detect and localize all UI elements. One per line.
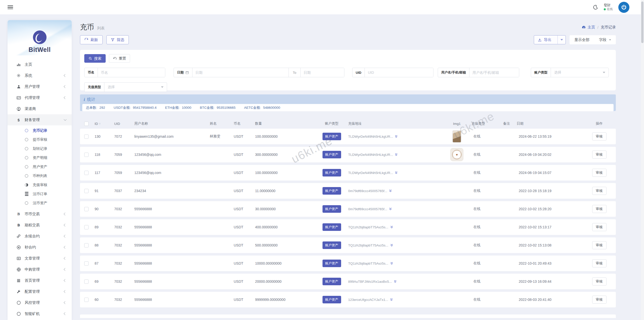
- sidebar-item-finance[interactable]: $ 财务管理: [8, 114, 72, 125]
- coin-name-input[interactable]: [98, 68, 165, 77]
- submenu-item-fiat-assets[interactable]: 法币资产: [8, 198, 72, 207]
- dark-mode-icon[interactable]: [593, 5, 598, 10]
- row-checkbox[interactable]: [84, 225, 89, 229]
- download-icon: [538, 38, 542, 42]
- col-coin[interactable]: 币名: [232, 121, 253, 126]
- scrollbar-thumb[interactable]: [641, 2, 643, 43]
- img1-thumbnail[interactable]: ♥: [450, 148, 463, 161]
- date-from-input[interactable]: [192, 68, 289, 77]
- submenu-item-withdraw-review[interactable]: 提币审核: [8, 135, 72, 144]
- sidebar-item-home[interactable]: 主页: [8, 59, 72, 70]
- submenu-item-deposit-records[interactable]: 充币记录: [8, 126, 72, 135]
- col-img1[interactable]: Img1: [444, 122, 469, 126]
- row-checkbox[interactable]: [84, 134, 89, 139]
- sidebar-item-homepage-mgmt[interactable]: 首页管理: [8, 275, 72, 286]
- sidebar-item-risk-control[interactable]: 风控管理: [8, 297, 72, 308]
- submenu-item-coin-list[interactable]: 币种列表: [8, 171, 72, 180]
- user-info[interactable]: 發財 在线: [604, 3, 613, 11]
- col-recharge-type[interactable]: 充值类型: [469, 121, 498, 126]
- filter-button[interactable]: 筛选: [106, 35, 129, 44]
- row-checkbox[interactable]: [84, 189, 89, 193]
- audit-button[interactable]: 审核: [592, 259, 607, 267]
- funnel-icon: [111, 38, 114, 42]
- col-uid[interactable]: UID: [112, 122, 132, 126]
- recharge-type-select[interactable]: 选择: [104, 83, 167, 92]
- expand-address-icon[interactable]: [395, 171, 398, 174]
- img1-thumbnail[interactable]: [452, 130, 461, 143]
- submenu-item-recharge-review[interactable]: 充值审核: [8, 180, 72, 189]
- col-date[interactable]: 日期: [515, 121, 583, 126]
- audit-button[interactable]: 审核: [592, 241, 607, 249]
- user-icon: [16, 85, 21, 89]
- audit-button[interactable]: 审核: [592, 132, 607, 140]
- audit-button[interactable]: 审核: [592, 223, 607, 231]
- submenu-item-fiat-orders[interactable]: 法币订单: [8, 189, 72, 198]
- expand-address-icon[interactable]: [390, 298, 393, 301]
- brand-logo[interactable]: BitWell: [8, 20, 72, 55]
- reset-button[interactable]: 重置: [109, 54, 130, 63]
- row-checkbox[interactable]: [84, 261, 89, 266]
- refresh-button[interactable]: 刷新: [80, 35, 103, 44]
- expand-address-icon[interactable]: [390, 262, 393, 265]
- avatar[interactable]: [618, 2, 629, 13]
- sidebar-item-perpetual[interactable]: 永续合约: [8, 231, 72, 242]
- sidebar-item-users[interactable]: 用户管理: [8, 81, 72, 92]
- row-checkbox[interactable]: [84, 171, 89, 175]
- col-address[interactable]: 充值地址: [346, 121, 444, 126]
- sidebar-item-smart-miner[interactable]: 智能矿机: [8, 308, 72, 319]
- sidebar-item-config[interactable]: 配置管理: [8, 286, 72, 297]
- row-checkbox[interactable]: [84, 279, 89, 284]
- breadcrumb-current[interactable]: 充币记录: [601, 25, 616, 30]
- cell-date: 2022-10-28 15:18:19: [515, 189, 583, 193]
- row-checkbox[interactable]: [84, 153, 89, 157]
- sidebar-item-second-contract[interactable]: 秒合约: [8, 242, 72, 253]
- audit-button[interactable]: 审核: [592, 187, 607, 195]
- expand-address-icon[interactable]: [390, 226, 393, 229]
- sidebar-item-subscription[interactable]: 申购管理: [8, 264, 72, 275]
- submenu-item-user-assets[interactable]: 用户资产: [8, 162, 72, 171]
- sidebar-toggle-icon[interactable]: [8, 5, 13, 9]
- audit-button[interactable]: 审核: [592, 205, 607, 213]
- fields-dropdown-button[interactable]: 字段: [594, 35, 616, 44]
- sidebar-item-options-trading[interactable]: ฿ 期权交易: [8, 220, 72, 231]
- expand-address-icon[interactable]: [395, 153, 398, 156]
- submenu-item-transfer-records[interactable]: 划转记录: [8, 144, 72, 153]
- col-realname[interactable]: 姓名: [208, 121, 232, 126]
- sidebar-item-spot-trading[interactable]: B 币币交易: [8, 208, 72, 220]
- expand-address-icon[interactable]: [389, 207, 392, 210]
- col-id[interactable]: ID↑: [93, 122, 112, 126]
- export-button[interactable]: 导出: [534, 35, 566, 44]
- breadcrumb-home[interactable]: 主页: [582, 25, 595, 30]
- user-input[interactable]: [469, 68, 519, 77]
- row-checkbox[interactable]: [84, 207, 89, 211]
- audit-button[interactable]: 审核: [592, 296, 607, 304]
- audit-button[interactable]: 审核: [592, 277, 607, 286]
- select-all-checkbox[interactable]: [84, 122, 89, 126]
- chain-link-icon: [16, 234, 21, 238]
- show-all-button[interactable]: 显示全部: [570, 35, 594, 44]
- submenu-item-asset-details[interactable]: 资产明细: [8, 153, 72, 162]
- row-checkbox[interactable]: [84, 298, 89, 302]
- sidebar-item-system[interactable]: 系统: [8, 70, 72, 81]
- expand-address-icon[interactable]: [395, 135, 398, 138]
- date-to-input[interactable]: [301, 68, 344, 77]
- expand-address-icon[interactable]: [394, 280, 397, 283]
- col-account-type[interactable]: 账户类型: [317, 121, 346, 126]
- expand-address-icon[interactable]: [389, 189, 392, 192]
- sidebar-item-articles[interactable]: 文章管理: [8, 253, 72, 264]
- audit-button[interactable]: 审核: [592, 151, 607, 159]
- search-button[interactable]: 搜索: [84, 54, 106, 63]
- account-type-select[interactable]: 选择: [551, 68, 609, 77]
- col-username[interactable]: 用户名称: [132, 121, 208, 126]
- sidebar-item-channel[interactable]: 渠道商: [8, 103, 72, 114]
- sidebar-item-agents[interactable]: 代理管理: [8, 92, 72, 103]
- col-amount[interactable]: 数量: [253, 121, 317, 126]
- export-dropdown-caret[interactable]: [557, 35, 566, 44]
- col-remark[interactable]: 备注: [498, 121, 515, 126]
- audit-button[interactable]: 审核: [592, 169, 607, 177]
- table-row: 91 7037 234234 USDT 11.00000000 账户资产 0m7…: [80, 183, 616, 199]
- expand-address-icon[interactable]: [390, 244, 393, 247]
- uid-input[interactable]: [365, 68, 433, 77]
- cell-amount: 300.00000000: [253, 153, 317, 157]
- row-checkbox[interactable]: [84, 243, 89, 247]
